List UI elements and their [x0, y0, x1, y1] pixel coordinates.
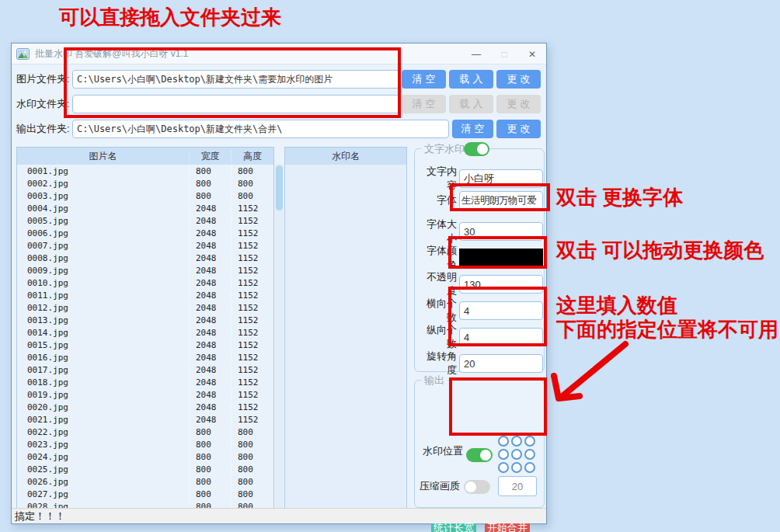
- mark-change-button[interactable]: 更改: [496, 95, 541, 113]
- output-folder-input[interactable]: C:\Users\小白啊\Desktop\新建文件夹\合并\: [72, 120, 449, 138]
- table-cell: 800: [190, 464, 232, 475]
- table-row[interactable]: 0021.jpg20481152: [17, 413, 273, 426]
- table-cell: 0003.jpg: [17, 191, 190, 201]
- table-row[interactable]: 0005.jpg20481152: [17, 214, 273, 227]
- table-row[interactable]: 0017.jpg20481152: [17, 363, 273, 376]
- scrollbar-thumb[interactable]: [276, 165, 283, 210]
- table-row[interactable]: 0016.jpg20481152: [17, 351, 273, 363]
- col-header-height: 高度: [232, 150, 273, 163]
- table-cell: 800: [232, 427, 273, 437]
- status-text: 搞定！！！: [15, 509, 65, 523]
- position-radio[interactable]: [511, 436, 522, 447]
- maximize-button[interactable]: □: [490, 43, 518, 64]
- table-cell: 0006.jpg: [17, 228, 190, 238]
- position-radio[interactable]: [511, 462, 522, 473]
- table-cell: 800: [232, 477, 273, 487]
- position-toggle[interactable]: [466, 448, 493, 462]
- table-row[interactable]: 0003.jpg800800: [17, 190, 273, 202]
- table-cell: 1152: [232, 216, 273, 226]
- position-radio[interactable]: [524, 462, 535, 473]
- table-cell: 0025.jpg: [17, 464, 190, 475]
- position-radio[interactable]: [498, 436, 509, 447]
- mark-clear-button[interactable]: 清空: [402, 95, 446, 113]
- output-clear-button[interactable]: 清空: [452, 120, 493, 138]
- table-row[interactable]: 0027.jpg800800: [17, 488, 273, 500]
- table-cell: 1152: [232, 228, 273, 238]
- table-cell: 0005.jpg: [17, 216, 190, 226]
- table-row[interactable]: 0001.jpg800800: [17, 165, 273, 177]
- table-cell: 2048: [190, 353, 232, 363]
- table-row[interactable]: 0015.jpg20481152: [17, 339, 273, 351]
- table-cell: 1152: [232, 315, 273, 325]
- position-radio[interactable]: [524, 449, 535, 460]
- table-cell: 2048: [190, 415, 232, 425]
- position-radio[interactable]: [524, 436, 535, 447]
- table-row[interactable]: 0023.jpg800800: [17, 438, 273, 450]
- table-cell: 1152: [232, 278, 273, 288]
- table-cell: 1152: [232, 266, 273, 276]
- table-row[interactable]: 0024.jpg800800: [17, 450, 273, 463]
- table-cell: 2048: [190, 266, 232, 276]
- quality-toggle[interactable]: [464, 480, 490, 494]
- table-cell: 2048: [190, 377, 232, 388]
- image-load-button[interactable]: 载入: [449, 70, 493, 89]
- table-cell: 800: [190, 427, 232, 437]
- table-row[interactable]: 0019.jpg20481152: [17, 388, 273, 401]
- file-table[interactable]: 图片名 宽度 高度 0001.jpg8008000002.jpg80080000…: [16, 147, 274, 509]
- table-cell: 0014.jpg: [17, 328, 190, 338]
- annotation-arrow: [544, 338, 645, 412]
- table-cell: 0010.jpg: [17, 278, 190, 288]
- table-row[interactable]: 0004.jpg20481152: [17, 202, 273, 214]
- table-row[interactable]: 0002.jpg800800: [17, 177, 273, 190]
- table-row[interactable]: 0011.jpg20481152: [17, 289, 273, 301]
- status-bar: 搞定！！！: [12, 508, 546, 523]
- table-cell: 800: [232, 440, 273, 450]
- watermark-list[interactable]: 水印名: [284, 147, 407, 509]
- table-cell: 2048: [190, 390, 232, 400]
- table-row[interactable]: 0025.jpg800800: [17, 463, 273, 475]
- minimize-button[interactable]: —: [462, 43, 490, 64]
- table-cell: 0024.jpg: [17, 452, 190, 462]
- table-row[interactable]: 0022.jpg800800: [17, 426, 273, 438]
- position-radio[interactable]: [498, 462, 509, 473]
- table-cell: 2048: [190, 241, 232, 251]
- table-row[interactable]: 0026.jpg800800: [17, 475, 273, 488]
- annotation-box-color: [448, 236, 547, 269]
- table-cell: 1152: [232, 377, 273, 388]
- file-rows: 0001.jpg8008000002.jpg8008000003.jpg8008…: [17, 165, 273, 509]
- output-change-button[interactable]: 更改: [496, 120, 541, 138]
- rotate-input[interactable]: 20: [459, 354, 543, 373]
- col-header-name: 图片名: [17, 150, 190, 163]
- text-watermark-toggle[interactable]: [464, 142, 489, 156]
- table-row[interactable]: 0008.jpg20481152: [17, 252, 273, 264]
- image-clear-button[interactable]: 清空: [402, 70, 446, 89]
- table-row[interactable]: 0007.jpg20481152: [17, 239, 273, 252]
- table-cell: 0019.jpg: [17, 390, 190, 400]
- table-row[interactable]: 0006.jpg20481152: [17, 227, 273, 239]
- table-cell: 0004.jpg: [17, 203, 190, 214]
- position-radio[interactable]: [511, 449, 522, 460]
- table-cell: 2048: [190, 278, 232, 288]
- table-row[interactable]: 0012.jpg20481152: [17, 301, 273, 314]
- table-cell: 1152: [232, 290, 273, 301]
- table-row[interactable]: 0018.jpg20481152: [17, 376, 273, 388]
- image-change-button[interactable]: 更改: [496, 70, 541, 89]
- table-row[interactable]: 0014.jpg20481152: [17, 326, 273, 339]
- output-legend: 输出: [421, 374, 447, 388]
- table-cell: 800: [232, 191, 273, 201]
- table-row[interactable]: 0009.jpg20481152: [17, 264, 273, 276]
- table-row[interactable]: 0013.jpg20481152: [17, 314, 273, 326]
- table-row[interactable]: 0020.jpg20481152: [17, 401, 273, 413]
- quality-input[interactable]: 20: [498, 476, 537, 496]
- position-label: 水印位置: [420, 444, 463, 458]
- mark-load-button[interactable]: 载入: [449, 95, 493, 113]
- file-table-scrollbar[interactable]: [275, 164, 284, 509]
- position-radio[interactable]: [498, 449, 509, 460]
- table-cell: 2048: [190, 303, 232, 313]
- table-cell: 1152: [232, 241, 273, 251]
- close-button[interactable]: ✕: [518, 43, 546, 64]
- table-cell: 0018.jpg: [17, 377, 190, 388]
- table-row[interactable]: 0010.jpg20481152: [17, 276, 273, 289]
- table-cell: 0013.jpg: [17, 315, 190, 325]
- table-cell: 1152: [232, 415, 273, 425]
